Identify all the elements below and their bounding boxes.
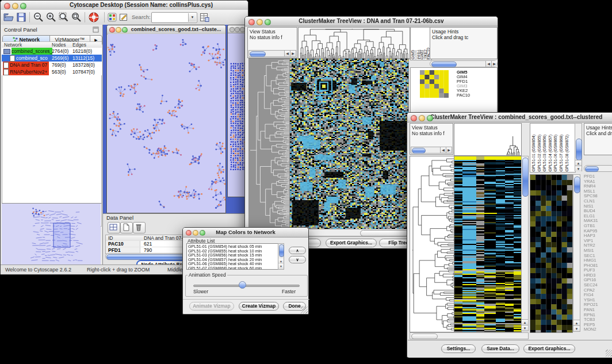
scrollbar-thumb[interactable] <box>250 51 266 57</box>
scroll-down-icon[interactable]: ▼ <box>278 264 284 269</box>
tv2-status-hscrollbar[interactable]: ◀ ▶ <box>411 147 452 154</box>
animate-vizmap-button[interactable]: Animate Vizmap <box>189 302 234 311</box>
close-icon[interactable] <box>4 3 10 9</box>
import-table-icon[interactable] <box>200 12 209 23</box>
scroll-left-icon[interactable]: ◀ <box>485 61 491 67</box>
minimize-icon[interactable] <box>12 3 18 9</box>
resize-grip[interactable] <box>301 306 308 313</box>
chevron-down-icon[interactable]: ▼ <box>188 13 196 22</box>
network-list-row[interactable]: DNA and Tran 07 769(0) 183728(0) <box>2 62 102 68</box>
scrollbar-thumb[interactable] <box>431 62 457 67</box>
attribute-item[interactable]: GPL51-03 (GSM856) heat shock 15 min <box>188 253 282 258</box>
network-list-row[interactable]: combined_scores_ 2764(0) 16218(0) <box>2 48 102 55</box>
export-graphics-button[interactable]: Export Graphics... <box>523 344 575 353</box>
scrollbar-thumb[interactable] <box>585 166 599 172</box>
export-graphics-button[interactable]: Export Graphics... <box>326 239 377 247</box>
tv2-row-dendrogram[interactable] <box>410 156 455 332</box>
slider-thumb[interactable] <box>239 281 246 289</box>
create-vizmap-button[interactable]: Create Vizmap <box>239 302 279 311</box>
move-up-button[interactable]: ∧ <box>289 247 306 254</box>
tv1-column-dendrogram[interactable] <box>298 27 410 59</box>
scroll-up-icon[interactable]: ▲ <box>575 160 582 166</box>
close-icon[interactable] <box>248 19 255 25</box>
zoom-window-icon[interactable] <box>200 230 205 236</box>
zoom-out-icon[interactable] <box>33 12 44 23</box>
resize-grip[interactable] <box>606 350 612 357</box>
tv2-heatmap[interactable] <box>454 156 522 332</box>
zoom-fit-icon[interactable] <box>71 12 82 23</box>
attribute-item[interactable]: GPL51-04 (GSM857) heat shock 20 min <box>188 258 282 262</box>
scroll-down-icon[interactable]: ▼ <box>573 325 580 331</box>
save-data-button[interactable]: Save Data... <box>481 344 519 353</box>
zoom-window-icon[interactable] <box>265 19 271 25</box>
scrollbar-thumb[interactable] <box>279 244 284 257</box>
search-field[interactable] <box>152 13 189 22</box>
tv2-labels-vscrollbar[interactable]: ▲ ▼ <box>575 123 582 171</box>
network-list-row[interactable]: combined_sco 2569(6) 13112(15) <box>2 55 102 62</box>
tv2-titlebar[interactable]: ClusterMaker TreeView : combined_scores_… <box>407 113 612 122</box>
scroll-down-icon[interactable]: ▼ <box>522 325 528 331</box>
float-panel-icon[interactable] <box>93 26 99 33</box>
minimize-icon[interactable] <box>419 115 425 121</box>
annotation-icon[interactable] <box>119 12 128 23</box>
tv2-zoom-heatmap[interactable] <box>530 174 573 333</box>
save-icon[interactable] <box>16 12 27 23</box>
scrollbar-thumb[interactable] <box>576 139 582 160</box>
attribute-grid-button[interactable] <box>108 222 120 233</box>
tv1-status-hscrollbar[interactable]: ◀ ▶ <box>248 50 296 57</box>
network-graph-view[interactable] <box>108 34 225 213</box>
network-view-window[interactable]: combined_scores_good.txt--cluste... <box>106 25 226 213</box>
tv1-row-dendrogram[interactable] <box>248 58 290 229</box>
scroll-right-icon[interactable]: ▶ <box>290 51 296 56</box>
scroll-up-icon[interactable]: ▲ <box>278 259 284 264</box>
scrollbar-thumb[interactable] <box>411 334 438 339</box>
scroll-down-icon[interactable]: ▼ <box>575 166 582 171</box>
scrollbar-thumb[interactable] <box>412 148 426 154</box>
tv2-hints-hscrollbar[interactable] <box>584 165 612 172</box>
minimize-icon[interactable] <box>193 230 198 236</box>
tv2-heatmap-vscrollbar[interactable]: ▲ ▼ <box>521 156 529 331</box>
zoom-in-icon[interactable] <box>45 12 57 23</box>
scrollbar-thumb[interactable] <box>574 177 580 193</box>
vizmapper-palette-icon[interactable] <box>108 12 117 23</box>
attribute-item[interactable]: GPL51-01 (GSM854) heat shock 05 min <box>188 244 282 249</box>
tv2-zoom-vscrollbar[interactable]: ▲ ▼ <box>573 174 580 332</box>
zoom-window-icon[interactable] <box>20 3 26 9</box>
attribute-item[interactable]: GPL51-07 (GSM868) heat shock 60 min <box>188 266 282 270</box>
scroll-right-icon[interactable]: ▶ <box>446 147 452 153</box>
minimize-icon[interactable] <box>235 27 240 32</box>
scroll-left-icon[interactable]: ◀ <box>440 147 446 153</box>
dialog-titlebar[interactable]: Map Colors to Network <box>183 228 308 237</box>
tv1-heatmap[interactable] <box>289 58 409 229</box>
main-titlebar[interactable]: Cytoscape Desktop (Session Name: collins… <box>1 1 248 10</box>
scrollbar-thumb[interactable] <box>360 230 408 236</box>
tv1-titlebar[interactable]: ClusterMaker TreeView : DNA and Tran 07-… <box>245 17 498 26</box>
search-input[interactable]: ▼ <box>151 12 197 23</box>
scroll-left-icon[interactable]: ◀ <box>284 51 290 56</box>
attribute-list[interactable]: GPL51-01 (GSM854) heat shock 05 minGPL51… <box>186 243 284 270</box>
tv1-selected-matrix[interactable] <box>420 70 449 98</box>
move-down-button[interactable]: ∨ <box>289 256 306 263</box>
network-overview-thumbnail[interactable] <box>2 203 102 266</box>
scrollbar-thumb[interactable] <box>522 158 529 197</box>
delete-trash-button[interactable] <box>133 222 146 233</box>
scroll-up-icon[interactable]: ▲ <box>522 319 528 325</box>
attribute-item[interactable]: GPL51-02 (GSM855) heat shock 10 min <box>188 249 282 254</box>
tv2-heatmap-hscrollbar[interactable] <box>410 332 529 339</box>
gene-label[interactable]: MON2 <box>584 327 612 332</box>
animation-speed-slider[interactable] <box>193 285 300 287</box>
close-icon[interactable] <box>186 230 192 236</box>
settings-button[interactable]: Settings... <box>441 344 476 353</box>
help-lifebuoy-icon[interactable] <box>88 12 100 23</box>
zoom-selected-icon[interactable] <box>58 12 70 23</box>
minimize-icon[interactable] <box>257 19 263 25</box>
tv1-hints-hscrollbar[interactable]: ◀ ▶ <box>430 60 498 67</box>
new-document-button[interactable] <box>120 222 133 233</box>
gene-label[interactable]: PAC10 <box>457 93 494 98</box>
zoom-window-icon[interactable] <box>427 115 433 121</box>
minimize-icon[interactable] <box>116 27 121 33</box>
attribute-list-vscrollbar[interactable]: ▲ ▼ <box>278 243 284 270</box>
scroll-right-icon[interactable]: ▶ <box>491 61 497 67</box>
tv2-column-dendrogram[interactable] <box>454 123 522 156</box>
open-file-icon[interactable] <box>3 12 14 23</box>
